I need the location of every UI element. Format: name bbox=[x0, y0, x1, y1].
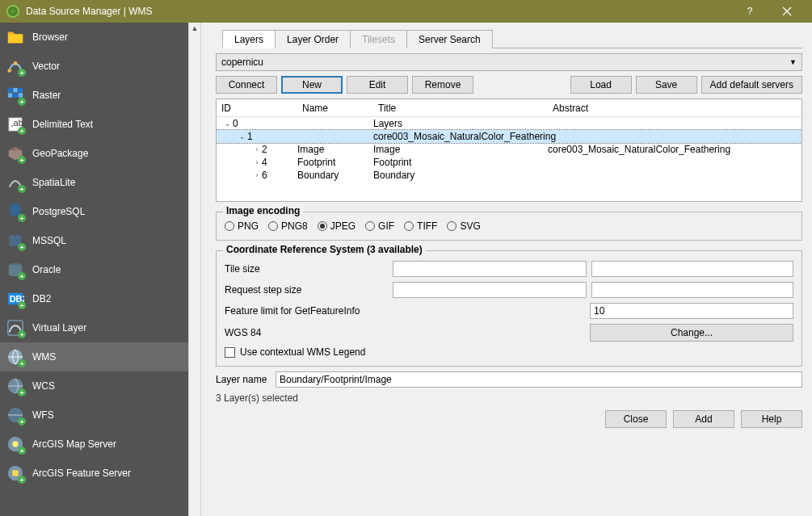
sidebar-item-wms[interactable]: + WMS bbox=[0, 342, 188, 371]
feature-limit-input[interactable] bbox=[590, 303, 793, 319]
header-name[interactable]: Name bbox=[297, 103, 373, 114]
folder-icon bbox=[6, 28, 24, 46]
help-button[interactable]: ? bbox=[731, 0, 768, 23]
selection-status: 3 Layer(s) selected bbox=[216, 392, 802, 404]
sidebar-item-vector[interactable]: + Vector bbox=[0, 52, 188, 81]
expand-icon[interactable]: › bbox=[252, 145, 262, 153]
expand-icon[interactable]: ⌄ bbox=[223, 120, 233, 128]
arcgis-feature-icon: + bbox=[6, 464, 24, 482]
help-footer-button[interactable]: Help bbox=[741, 410, 802, 428]
sidebar-label: DB2 bbox=[32, 293, 51, 304]
edit-button[interactable]: Edit bbox=[347, 76, 408, 94]
load-button[interactable]: Load bbox=[570, 76, 632, 94]
tab-server-search[interactable]: Server Search bbox=[406, 30, 493, 48]
image-encoding-group: Image encoding PNGPNG8JPEGGIFTIFFSVG bbox=[216, 212, 802, 241]
sidebar-item-wfs[interactable]: + WFS bbox=[0, 401, 188, 430]
sidebar-item-spatialite[interactable]: + SpatiaLite bbox=[0, 168, 188, 197]
title-bar: Data Source Manager | WMS ? bbox=[0, 0, 812, 23]
tree-row[interactable]: › 6BoundaryBoundary bbox=[217, 169, 801, 182]
sidebar-item-arcgis-map[interactable]: + ArcGIS Map Server bbox=[0, 430, 188, 459]
crs-name-label: WGS 84 bbox=[225, 327, 585, 338]
expand-icon[interactable]: ⌄ bbox=[238, 132, 247, 141]
sidebar-item-arcgis-feature[interactable]: + ArcGIS Feature Server bbox=[0, 459, 188, 488]
sidebar-item-raster[interactable]: + Raster bbox=[0, 81, 188, 110]
sidebar-item-virtual-layer[interactable]: + Virtual Layer bbox=[0, 313, 188, 342]
sidebar-item-wcs[interactable]: + WCS bbox=[0, 371, 188, 401]
encoding-radio-jpeg[interactable]: JPEG bbox=[318, 220, 356, 232]
virtual-layer-icon: + bbox=[6, 319, 24, 337]
sidebar-label: MSSQL bbox=[32, 235, 66, 246]
tree-row[interactable]: › 4FootprintFootprint bbox=[217, 156, 801, 169]
encoding-radio-svg[interactable]: SVG bbox=[447, 220, 480, 232]
wcs-icon: + bbox=[6, 377, 24, 395]
expand-icon[interactable]: › bbox=[252, 158, 262, 166]
window-title: Data Source Manager | WMS bbox=[26, 6, 731, 17]
change-crs-button[interactable]: Change... bbox=[590, 324, 793, 342]
geopackage-icon: + bbox=[6, 145, 24, 162]
contextual-legend-label: Use contextual WMS Legend bbox=[240, 346, 365, 358]
tab-tilesets: Tilesets bbox=[350, 30, 407, 48]
db2-icon: DB2+ bbox=[6, 290, 24, 308]
tab-bar: Layers Layer Order Tilesets Server Searc… bbox=[222, 29, 802, 48]
header-id[interactable]: ID bbox=[217, 103, 297, 114]
contextual-legend-checkbox[interactable] bbox=[225, 347, 235, 358]
sidebar-label: Browser bbox=[32, 31, 68, 43]
sidebar-label: Vector bbox=[32, 61, 60, 72]
sidebar-label: GeoPackage bbox=[32, 148, 88, 159]
new-button[interactable]: New bbox=[281, 76, 343, 94]
wms-icon: + bbox=[6, 348, 24, 366]
expand-icon[interactable]: › bbox=[252, 171, 262, 179]
layer-name-input[interactable] bbox=[276, 371, 802, 388]
sidebar-label: WCS bbox=[32, 380, 55, 392]
tile-size-label: Tile size bbox=[225, 263, 388, 275]
close-button[interactable]: Close bbox=[605, 410, 667, 428]
encoding-radio-png[interactable]: PNG bbox=[225, 220, 259, 232]
group-title: Coordinate Reference System (3 available… bbox=[223, 244, 426, 255]
tab-layers[interactable]: Layers bbox=[222, 30, 276, 48]
close-window-button[interactable] bbox=[768, 0, 806, 23]
tree-row[interactable]: ⌄ 1core003_Mosaic_NaturalColor_Featherin… bbox=[217, 130, 801, 143]
svg-rect-4 bbox=[13, 88, 18, 93]
sidebar-item-oracle[interactable]: + Oracle bbox=[0, 255, 188, 284]
sidebar-item-delimited-text[interactable]: ,ab+ Delimited Text bbox=[0, 110, 188, 139]
add-button[interactable]: Add bbox=[673, 410, 734, 428]
sidebar-label: WFS bbox=[32, 409, 54, 421]
encoding-radio-gif[interactable]: GIF bbox=[365, 220, 394, 232]
tab-layer-order[interactable]: Layer Order bbox=[275, 30, 351, 48]
sidebar-item-browser[interactable]: Browser bbox=[0, 23, 188, 52]
add-default-servers-button[interactable]: Add default servers bbox=[701, 76, 802, 94]
tree-row[interactable]: ⌄ 0Layers bbox=[217, 117, 801, 130]
sidebar-item-postgresql[interactable]: + PostgreSQL bbox=[0, 197, 188, 226]
connection-value: copernicu bbox=[221, 57, 263, 68]
svg-point-0 bbox=[7, 69, 11, 73]
step-size-width-input[interactable] bbox=[393, 282, 587, 298]
encoding-radio-tiff[interactable]: TIFF bbox=[404, 220, 437, 232]
encoding-radio-png8[interactable]: PNG8 bbox=[268, 220, 308, 232]
step-size-height-input[interactable] bbox=[591, 282, 793, 298]
app-logo-icon bbox=[6, 5, 19, 18]
wfs-icon: + bbox=[6, 406, 24, 424]
layer-tree[interactable]: ID Name Title Abstract ⌄ 0Layers⌄ 1core0… bbox=[216, 99, 802, 202]
spatialite-icon: + bbox=[6, 174, 24, 191]
svg-point-19 bbox=[12, 441, 18, 447]
tile-size-width-input[interactable] bbox=[393, 261, 587, 277]
remove-button[interactable]: Remove bbox=[412, 76, 473, 94]
postgresql-icon: + bbox=[6, 203, 24, 220]
tile-size-height-input[interactable] bbox=[591, 261, 793, 277]
sidebar-item-mssql[interactable]: + MSSQL bbox=[0, 226, 188, 255]
sidebar-item-db2[interactable]: DB2+ DB2 bbox=[0, 284, 188, 313]
connect-button[interactable]: Connect bbox=[216, 76, 277, 94]
sidebar-item-geopackage[interactable]: + GeoPackage bbox=[0, 139, 188, 168]
sidebar-label: Raster bbox=[32, 90, 61, 101]
layer-name-label: Layer name bbox=[216, 374, 271, 385]
connection-select[interactable]: copernicu ▼ bbox=[216, 53, 802, 71]
save-button[interactable]: Save bbox=[636, 76, 697, 94]
feature-limit-label: Feature limit for GetFeatureInfo bbox=[225, 305, 585, 317]
sidebar-label: Oracle bbox=[32, 264, 61, 275]
svg-rect-7 bbox=[13, 93, 18, 98]
svg-rect-6 bbox=[8, 93, 13, 98]
vertical-scroll-stub[interactable]: ▲ bbox=[188, 23, 201, 516]
header-title[interactable]: Title bbox=[373, 103, 548, 114]
tree-row[interactable]: › 2ImageImagecore003_Mosaic_NaturalColor… bbox=[217, 143, 801, 156]
header-abstract[interactable]: Abstract bbox=[548, 103, 801, 114]
